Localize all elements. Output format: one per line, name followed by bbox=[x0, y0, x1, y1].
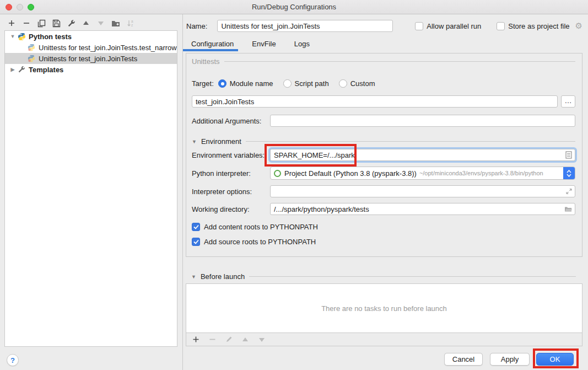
remove-task-icon[interactable] bbox=[207, 335, 217, 345]
active-tab-underline bbox=[183, 49, 238, 51]
interpreter-name: Project Default (Python 3.8 (pyspark-3.8… bbox=[284, 169, 417, 178]
edit-variables-icon[interactable] bbox=[565, 151, 572, 159]
help-icon: ? bbox=[10, 356, 15, 364]
module-name-row: … bbox=[192, 95, 575, 108]
tab-envfile[interactable]: EnvFile bbox=[252, 40, 276, 52]
radio-selected-icon bbox=[218, 79, 226, 88]
tree-item-unittests-test-narrow[interactable]: Unittests for test_join.JoinTests.test_n… bbox=[5, 42, 177, 53]
radio-module-name[interactable]: Module name bbox=[218, 79, 273, 88]
tree-item-unittests-jointests[interactable]: Unittests for test_join.JoinTests bbox=[5, 53, 177, 64]
add-task-icon[interactable] bbox=[191, 335, 201, 345]
help-button[interactable]: ? bbox=[7, 354, 19, 366]
folder-icon[interactable] bbox=[564, 206, 572, 212]
add-source-roots-checkbox[interactable]: Add source roots to PYTHONPATH bbox=[192, 238, 316, 246]
chevron-down-icon[interactable]: ▼ bbox=[8, 34, 17, 39]
checkbox-label: Add content roots to PYTHONPATH bbox=[204, 223, 318, 231]
checkbox-label: Store as project file bbox=[508, 22, 569, 30]
python-test-icon bbox=[27, 43, 36, 52]
copy-configuration-icon[interactable] bbox=[36, 18, 46, 28]
group-title: Unittests bbox=[192, 57, 220, 66]
apply-button[interactable]: Apply bbox=[490, 353, 530, 366]
add-configuration-icon[interactable] bbox=[7, 18, 17, 28]
conda-environment-icon bbox=[274, 170, 281, 177]
chevron-right-icon[interactable]: ▶ bbox=[8, 67, 17, 72]
additional-arguments-input[interactable] bbox=[270, 115, 575, 127]
window-title: Run/Debug Configurations bbox=[252, 3, 336, 11]
radio-icon bbox=[339, 79, 347, 88]
tree-item-templates[interactable]: ▶ Templates bbox=[5, 64, 177, 75]
before-launch-toolbar bbox=[186, 333, 582, 346]
environment-section-title: Environment bbox=[201, 137, 241, 146]
move-task-down-icon[interactable] bbox=[257, 335, 267, 345]
move-task-up-icon[interactable] bbox=[240, 335, 250, 345]
before-launch-title: Before launch bbox=[201, 272, 245, 281]
environment-variables-label: Environment variables: bbox=[192, 151, 270, 159]
tab-logs[interactable]: Logs bbox=[294, 40, 310, 52]
additional-arguments-label: Additional Arguments: bbox=[192, 117, 270, 125]
ok-button[interactable]: OK bbox=[536, 353, 574, 366]
unittests-separator: Unittests bbox=[192, 57, 575, 66]
tree-item-python-tests[interactable]: ▼ Python tests bbox=[5, 31, 177, 42]
sort-alphabetically-icon[interactable]: az bbox=[126, 18, 136, 28]
environment-variables-row: Environment variables: bbox=[192, 148, 575, 162]
svg-text:a: a bbox=[131, 19, 133, 23]
checkbox-label: Add source roots to PYTHONPATH bbox=[204, 238, 316, 246]
edit-task-icon[interactable] bbox=[224, 335, 234, 345]
chevron-down-icon: ▼ bbox=[191, 274, 196, 280]
button-label: OK bbox=[550, 355, 560, 363]
browse-button[interactable]: … bbox=[561, 95, 575, 108]
module-name-input[interactable] bbox=[192, 95, 558, 108]
close-window-button[interactable] bbox=[6, 4, 12, 10]
python-interpreter-row: Python interpreter: Project Default (Pyt… bbox=[192, 167, 575, 180]
target-row: Target: Module name Script path Custom bbox=[192, 77, 575, 90]
tree-item-label: Python tests bbox=[29, 33, 72, 41]
interpreter-options-input[interactable] bbox=[270, 185, 575, 197]
radio-custom[interactable]: Custom bbox=[339, 79, 375, 88]
configurations-tree: ▼ Python tests Unittests for test_join.J… bbox=[4, 30, 177, 347]
zoom-window-button[interactable] bbox=[28, 4, 34, 10]
chevron-down-icon: ▼ bbox=[192, 139, 197, 144]
window-titlebar: Run/Debug Configurations bbox=[0, 0, 588, 14]
move-up-icon[interactable] bbox=[81, 18, 91, 28]
environment-section-toggle[interactable]: ▼ Environment bbox=[192, 137, 575, 146]
additional-arguments-row: Additional Arguments: bbox=[192, 114, 575, 127]
radio-label: Custom bbox=[350, 79, 375, 88]
radio-label: Module name bbox=[230, 79, 273, 88]
checkbox-label: Allow parallel run bbox=[427, 22, 481, 30]
working-directory-input[interactable] bbox=[270, 203, 575, 215]
environment-variables-input[interactable] bbox=[270, 149, 575, 161]
checkbox-icon bbox=[497, 22, 505, 30]
python-icon bbox=[17, 32, 26, 41]
edit-templates-icon[interactable] bbox=[66, 18, 76, 28]
before-launch-panel: There are no tasks to run before launch bbox=[186, 283, 582, 346]
name-input[interactable] bbox=[217, 20, 393, 32]
add-content-roots-checkbox[interactable]: Add content roots to PYTHONPATH bbox=[192, 223, 318, 231]
save-configuration-icon[interactable] bbox=[51, 18, 61, 28]
move-down-icon[interactable] bbox=[96, 18, 106, 28]
working-directory-row: Working directory: bbox=[192, 202, 575, 216]
radio-script-path[interactable]: Script path bbox=[283, 79, 329, 88]
minimize-window-button[interactable] bbox=[17, 4, 23, 10]
interpreter-path: ~/opt/miniconda3/envs/pyspark-3.8/bin/py… bbox=[419, 170, 543, 176]
store-as-project-file-checkbox[interactable]: Store as project file bbox=[497, 22, 569, 30]
allow-parallel-run-checkbox[interactable]: Allow parallel run bbox=[415, 22, 481, 30]
tree-item-label: Unittests for test_join.JoinTests.test_n… bbox=[39, 44, 177, 52]
gear-icon[interactable]: ⚙ bbox=[575, 21, 582, 31]
target-radio-group: Module name Script path Custom bbox=[218, 79, 375, 88]
before-launch-toggle[interactable]: ▼ Before launch bbox=[191, 272, 576, 281]
checkbox-icon bbox=[415, 22, 423, 30]
before-launch-task-list[interactable]: There are no tasks to run before launch bbox=[186, 284, 582, 333]
python-interpreter-select[interactable]: Project Default (Python 3.8 (pyspark-3.8… bbox=[270, 167, 575, 180]
combo-arrows-icon bbox=[563, 167, 575, 179]
radio-icon bbox=[283, 79, 292, 88]
expand-field-icon[interactable] bbox=[566, 189, 572, 195]
interpreter-options-row: Interpreter options: bbox=[192, 185, 575, 198]
button-label: Cancel bbox=[452, 355, 474, 363]
cancel-button[interactable]: Cancel bbox=[444, 353, 483, 366]
new-folder-icon[interactable] bbox=[111, 18, 121, 28]
checkbox-checked-icon bbox=[192, 223, 200, 231]
name-label: Name: bbox=[186, 22, 217, 30]
remove-configuration-icon[interactable] bbox=[21, 18, 31, 28]
unittests-group: Unittests Target: Module name Script pat… bbox=[186, 53, 582, 257]
tree-item-label: Unittests for test_join.JoinTests bbox=[39, 55, 137, 63]
